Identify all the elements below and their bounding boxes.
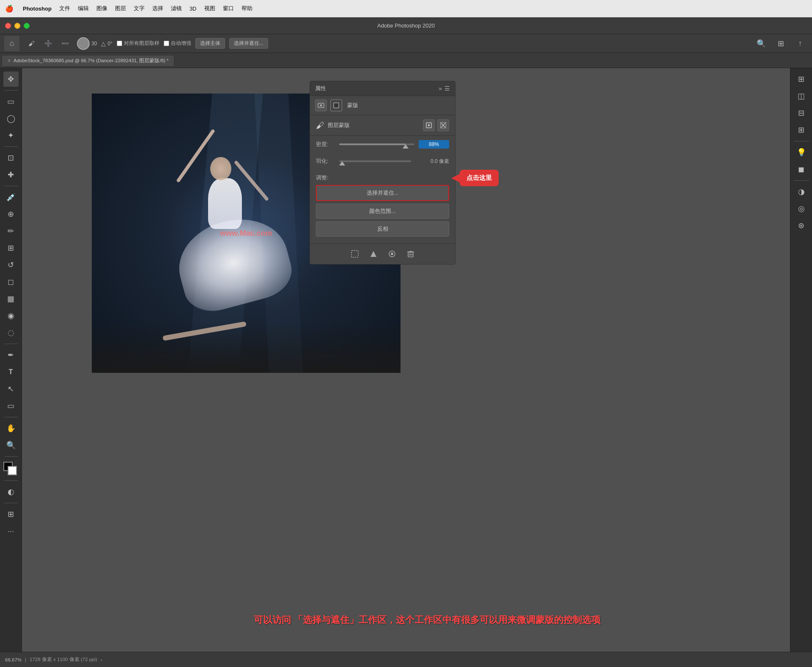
tab-label: AdobeStock_78360685.psd @ 66.7% (Dancer-… <box>14 58 169 64</box>
feather-slider[interactable] <box>339 160 411 162</box>
fullscreen-button[interactable] <box>24 23 30 29</box>
right-panel-icon-4[interactable]: ⊞ <box>794 122 809 138</box>
path-selection-tool[interactable]: ↖ <box>3 381 19 397</box>
stamp-tool[interactable]: ⊞ <box>3 240 19 256</box>
text-tool[interactable]: T <box>3 364 19 380</box>
tab-close-icon[interactable]: ✕ <box>7 58 11 63</box>
extras-icon[interactable]: ··· <box>3 524 19 539</box>
blur-tool[interactable]: ◉ <box>3 308 19 323</box>
shape-tool[interactable]: ▭ <box>3 398 19 413</box>
brush-tool[interactable]: ✏ <box>3 223 19 239</box>
menu-3d[interactable]: 3D <box>189 6 197 12</box>
quick-mask-icon[interactable]: ◐ <box>3 484 19 499</box>
minimize-button[interactable] <box>14 23 20 29</box>
mask-action-buttons <box>423 119 449 131</box>
home-icon[interactable]: ⌂ <box>4 36 19 51</box>
search-icon[interactable]: 🔍 <box>754 36 769 51</box>
right-panel-icon-2[interactable]: ◫ <box>794 88 809 104</box>
delete-mask-icon[interactable] <box>405 248 417 260</box>
info-arrow[interactable]: › <box>101 657 102 662</box>
properties-menu-icon[interactable]: ☰ <box>444 85 450 92</box>
menu-image[interactable]: 图像 <box>96 5 107 12</box>
density-slider-thumb[interactable] <box>403 144 409 149</box>
eraser-tool[interactable]: ◻ <box>3 274 19 289</box>
right-panel-icon-6[interactable]: ◼ <box>794 162 809 177</box>
marquee-tool[interactable]: ▭ <box>3 94 19 109</box>
menu-file[interactable]: 文件 <box>59 5 70 12</box>
magic-wand-tool[interactable]: ✦ <box>3 128 19 143</box>
brush-size-label: 30 <box>91 41 97 47</box>
right-panel-icon-3[interactable]: ⊟ <box>794 105 809 121</box>
select-mask-button[interactable]: 选择并遮住... <box>229 38 268 49</box>
measure-tool[interactable]: ✚ <box>3 167 19 182</box>
menu-help[interactable]: 帮助 <box>241 5 252 12</box>
enable-disable-mask-icon[interactable] <box>386 248 398 260</box>
properties-tabs: 蒙版 <box>310 96 455 115</box>
right-sep-2 <box>794 180 809 181</box>
invert-btn[interactable]: 反相 <box>316 221 449 237</box>
apply-mask-to-selection-icon[interactable] <box>368 248 379 260</box>
history-brush-tool[interactable]: ↺ <box>3 257 19 273</box>
menu-filter[interactable]: 滤镜 <box>171 5 182 12</box>
separator-1 <box>4 90 18 91</box>
lasso-tool[interactable]: ◯ <box>3 111 19 126</box>
brush-remove-icon[interactable]: ➖ <box>58 36 73 51</box>
hand-tool[interactable]: ✋ <box>3 421 19 436</box>
zoom-tool[interactable]: 🔍 <box>3 438 19 453</box>
brush-preview[interactable] <box>77 37 90 50</box>
color-range-btn[interactable]: 颜色范围... <box>316 204 449 219</box>
right-panel-icon-5[interactable]: 💡 <box>794 145 809 160</box>
brush-add-icon[interactable]: ➕ <box>41 36 56 51</box>
menu-view[interactable]: 视图 <box>204 5 215 12</box>
close-button[interactable] <box>5 23 11 29</box>
right-panel-icon-1[interactable]: ⊞ <box>794 72 809 87</box>
properties-footer <box>310 243 455 264</box>
sample-all-checkbox[interactable] <box>117 41 122 46</box>
density-value-input[interactable]: 88% <box>419 140 449 149</box>
right-panel-icon-8[interactable]: ◎ <box>794 201 809 216</box>
select-mask-btn[interactable]: 选择并遮住... <box>316 185 449 201</box>
eyedropper-tool[interactable]: 💉 <box>3 190 19 205</box>
tab-photo-icon[interactable] <box>315 99 327 111</box>
color-swatch[interactable] <box>3 462 19 477</box>
crop-tool[interactable]: ⊡ <box>3 150 19 165</box>
menu-text[interactable]: 文字 <box>134 5 145 12</box>
apple-icon[interactable]: 🍎 <box>5 5 14 13</box>
right-sep-1 <box>794 141 809 141</box>
density-slider-fill <box>339 143 406 145</box>
background-color[interactable] <box>8 466 17 475</box>
feather-slider-container <box>339 157 411 165</box>
document-tab[interactable]: ✕ AdobeStock_78360685.psd @ 66.7% (Dance… <box>2 55 174 66</box>
healing-tool[interactable]: ⊕ <box>3 207 19 222</box>
selection-from-mask-icon[interactable] <box>349 248 361 260</box>
svg-rect-5 <box>428 124 430 126</box>
mac-menubar: 🍎 Photoshop 文件 编辑 图像 图层 文字 选择 滤镜 3D 视图 窗… <box>0 0 812 17</box>
app-name[interactable]: Photoshop <box>23 6 52 12</box>
right-panel: ⊞ ◫ ⊟ ⊞ 💡 ◼ ◑ ◎ ⊛ <box>790 68 812 652</box>
share-icon[interactable]: ↑ <box>793 36 808 51</box>
auto-enhance-checkbox[interactable] <box>164 41 169 46</box>
tab-mask-icon[interactable] <box>330 99 342 111</box>
edit-mask-button[interactable] <box>437 119 449 131</box>
screen-mode-icon[interactable]: ⊞ <box>3 507 19 522</box>
brush-mode-icon[interactable]: 🖌 <box>24 36 39 51</box>
menu-select[interactable]: 选择 <box>152 5 163 12</box>
menu-layer[interactable]: 图层 <box>115 5 126 12</box>
canvas-area: www.Mac.com 可以访问 「选择与遮住」工作区，这个工作区中有很多可以用… <box>22 68 790 652</box>
menu-window[interactable]: 窗口 <box>223 5 234 12</box>
menu-edit[interactable]: 编辑 <box>78 5 89 12</box>
apply-mask-button[interactable] <box>423 119 435 131</box>
right-panel-icon-9[interactable]: ⊛ <box>794 218 809 233</box>
right-panel-icon-7[interactable]: ◑ <box>794 184 809 199</box>
view-options-icon[interactable]: ⊞ <box>773 36 788 51</box>
move-tool[interactable]: ✥ <box>3 72 19 87</box>
svg-rect-14 <box>409 251 412 252</box>
density-slider[interactable] <box>339 143 414 145</box>
select-subject-button[interactable]: 选择主体 <box>195 38 225 49</box>
feather-slider-thumb[interactable] <box>339 161 345 165</box>
pen-tool[interactable]: ✒ <box>3 347 19 363</box>
gradient-tool[interactable]: ▦ <box>3 291 19 306</box>
document-size: 1728 像素 x 1100 像素 (72 ppi) <box>30 656 97 663</box>
dodge-tool[interactable]: ◌ <box>3 325 19 340</box>
properties-expand-icon[interactable]: » <box>439 85 442 92</box>
